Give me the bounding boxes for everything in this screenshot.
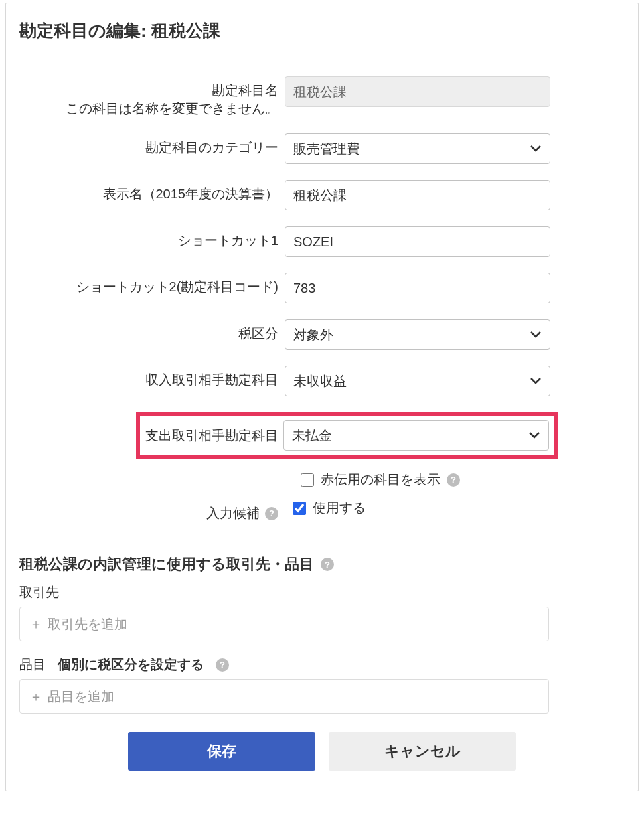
show-reversal-checkbox[interactable] <box>301 473 314 487</box>
row-shortcut2: ショートカット2(勘定科目コード) <box>19 273 625 303</box>
show-reversal-label: 赤伝用の科目を表示 <box>321 471 440 489</box>
help-icon[interactable]: ? <box>321 558 334 571</box>
item-tax-label: 個別に税区分を設定する <box>58 656 204 674</box>
row-tax-type: 税区分 対象外 <box>19 319 625 350</box>
help-icon[interactable]: ? <box>447 473 460 487</box>
input-suggest-checkbox[interactable] <box>293 502 306 515</box>
breakdown-heading: 租税公課の内訳管理に使用する取引先・品目 ? <box>19 554 625 574</box>
label-display-name: 表示名（2015年度の決算書） <box>19 180 278 203</box>
add-item-placeholder: 品目を追加 <box>48 688 114 706</box>
label-expense-account: 支出取引相手勘定科目 <box>144 427 281 445</box>
item-label: 品目 <box>19 656 46 674</box>
row-category: 勘定科目のカテゴリー 販売管理費 <box>19 133 625 164</box>
tax-type-select[interactable]: 対象外 <box>285 319 550 350</box>
label-shortcut1: ショートカット1 <box>19 226 278 250</box>
input-suggest-checkbox-label: 使用する <box>313 499 366 517</box>
label-input-suggest: 入力候補 <box>206 504 260 522</box>
row-income-account: 収入取引相手勘定科目 未収収益 <box>19 366 625 396</box>
shortcut1-input[interactable] <box>285 226 550 257</box>
save-button[interactable]: 保存 <box>128 732 315 771</box>
form-body: 勘定科目名 この科目は名称を変更できません。 勘定科目のカテゴリー 販売管理費 <box>6 56 638 791</box>
income-account-select[interactable]: 未収収益 <box>285 366 550 396</box>
dialog-header: 勘定科目の編集: 租税公課 <box>6 3 638 56</box>
label-shortcut2: ショートカット2(勘定科目コード) <box>19 273 278 296</box>
add-partner-placeholder: 取引先を追加 <box>48 615 127 633</box>
row-display-name: 表示名（2015年度の決算書） <box>19 180 625 210</box>
help-icon[interactable]: ? <box>265 507 278 520</box>
item-label-row: 品目 個別に税区分を設定する ? <box>19 656 625 674</box>
label-account-name: 勘定科目名 この科目は名称を変更できません。 <box>19 76 278 117</box>
category-select[interactable]: 販売管理費 <box>285 133 550 164</box>
row-account-name: 勘定科目名 この科目は名称を変更できません。 <box>19 76 625 117</box>
label-tax-type: 税区分 <box>19 319 278 343</box>
help-icon[interactable]: ? <box>216 658 229 672</box>
row-expense-account-highlight: 支出取引相手勘定科目 未払金 <box>136 412 625 459</box>
display-name-input[interactable] <box>285 180 550 210</box>
partner-label: 取引先 <box>19 583 59 601</box>
label-income-account: 収入取引相手勘定科目 <box>19 366 278 389</box>
row-shortcut1: ショートカット1 <box>19 226 625 257</box>
row-input-suggest: 入力候補 ? 使用する <box>19 499 625 528</box>
dialog-title: 勘定科目の編集: 租税公課 <box>19 19 625 42</box>
account-name-input <box>285 76 550 107</box>
row-show-reversal: 赤伝用の科目を表示 ? <box>301 471 625 489</box>
add-item-input[interactable]: ＋ 品目を追加 <box>19 679 549 714</box>
account-name-note: この科目は名称を変更できません。 <box>19 100 278 117</box>
button-row: 保存 キャンセル <box>19 732 625 784</box>
expense-account-select[interactable]: 未払金 <box>283 420 549 451</box>
highlight-box: 支出取引相手勘定科目 未払金 <box>136 412 558 459</box>
add-partner-input[interactable]: ＋ 取引先を追加 <box>19 607 549 641</box>
edit-account-dialog: 勘定科目の編集: 租税公課 勘定科目名 この科目は名称を変更できません。 勘定科… <box>5 3 639 791</box>
label-category: 勘定科目のカテゴリー <box>19 133 278 157</box>
plus-icon: ＋ <box>29 615 42 633</box>
shortcut2-input[interactable] <box>285 273 550 303</box>
partner-label-row: 取引先 <box>19 583 625 601</box>
cancel-button[interactable]: キャンセル <box>329 732 516 771</box>
plus-icon: ＋ <box>29 688 42 706</box>
